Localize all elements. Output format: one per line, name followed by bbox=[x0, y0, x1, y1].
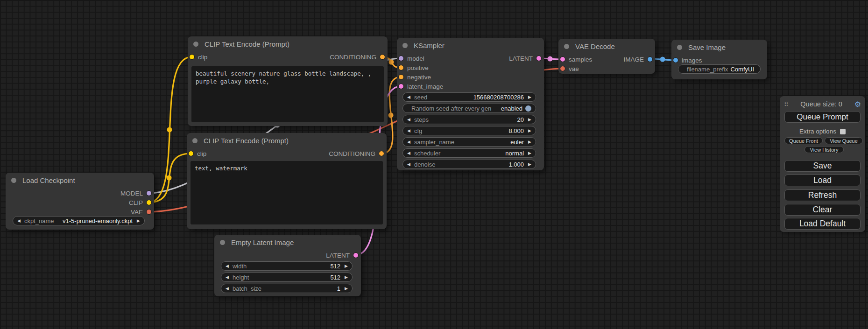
node-header[interactable]: Save Image bbox=[671, 40, 767, 55]
output-slot-conditioning[interactable]: CONDITIONING bbox=[329, 149, 384, 158]
conditioning-slot-dot[interactable] bbox=[380, 55, 385, 59]
node-clip-text-encode-positive[interactable]: CLIP Text Encode (Prompt) clip CONDITION… bbox=[188, 36, 388, 126]
drag-handle-icon[interactable]: ⠿ bbox=[784, 101, 789, 108]
clip-slot-dot[interactable] bbox=[190, 55, 194, 59]
decrement-arrow-icon[interactable]: ◀ bbox=[17, 219, 21, 223]
node-clip-text-encode-negative[interactable]: CLIP Text Encode (Prompt) clip CONDITION… bbox=[187, 133, 387, 229]
widget-cfg[interactable]: ◀ cfg 8.000 ▶ bbox=[402, 126, 536, 135]
node-header[interactable]: CLIP Text Encode (Prompt) bbox=[188, 36, 388, 51]
increment-arrow-icon[interactable]: ▶ bbox=[137, 219, 140, 223]
load-button[interactable]: Load bbox=[784, 175, 861, 186]
increment-arrow-icon[interactable]: ▶ bbox=[528, 129, 531, 133]
collapse-dot-icon[interactable] bbox=[220, 240, 225, 245]
decrement-arrow-icon[interactable]: ◀ bbox=[407, 151, 410, 155]
increment-arrow-icon[interactable]: ▶ bbox=[528, 95, 531, 99]
vae-slot-dot[interactable] bbox=[147, 210, 151, 214]
node-header[interactable]: VAE Decode bbox=[558, 39, 655, 54]
widget-height[interactable]: ◀ height 512 ▶ bbox=[221, 273, 353, 282]
node-header[interactable]: Load Checkpoint bbox=[6, 173, 154, 188]
widget-width[interactable]: ◀ width 512 ▶ bbox=[221, 261, 353, 271]
image-slot-dot[interactable] bbox=[673, 58, 678, 63]
decrement-arrow-icon[interactable]: ◀ bbox=[226, 287, 229, 291]
input-slot-images[interactable]: images bbox=[673, 56, 702, 65]
input-slot-latent-image[interactable]: latent_image bbox=[399, 82, 443, 91]
widget-filename-prefix[interactable]: filename_prefix ComfyUI bbox=[678, 64, 761, 74]
node-ksampler[interactable]: KSampler model positive negative latent_… bbox=[397, 38, 544, 170]
collapse-dot-icon[interactable] bbox=[192, 138, 198, 143]
collapse-dot-icon[interactable] bbox=[564, 44, 569, 49]
widget-batch-size[interactable]: ◀ batch_size 1 ▶ bbox=[221, 284, 353, 293]
widget-seed[interactable]: ◀ seed 156680208700286 ▶ bbox=[402, 92, 536, 102]
save-button[interactable]: Save bbox=[784, 160, 861, 172]
view-history-button[interactable]: View History bbox=[804, 146, 844, 153]
clip-slot-dot[interactable] bbox=[147, 200, 151, 205]
collapse-dot-icon[interactable] bbox=[11, 178, 16, 183]
input-slot-negative[interactable]: negative bbox=[399, 72, 431, 82]
decrement-arrow-icon[interactable]: ◀ bbox=[407, 95, 410, 99]
collapse-dot-icon[interactable] bbox=[677, 45, 682, 50]
output-slot-model[interactable]: MODEL bbox=[120, 189, 151, 198]
increment-arrow-icon[interactable]: ▶ bbox=[528, 162, 531, 167]
clip-slot-dot[interactable] bbox=[189, 151, 193, 156]
collapse-dot-icon[interactable] bbox=[193, 42, 198, 47]
input-slot-clip[interactable]: clip bbox=[190, 52, 207, 62]
output-slot-vae[interactable]: VAE bbox=[131, 207, 151, 217]
prompt-textarea[interactable]: beautiful scenery nature glass bottle la… bbox=[191, 66, 384, 122]
input-slot-positive[interactable]: positive bbox=[399, 63, 429, 72]
widget-steps[interactable]: ◀ steps 20 ▶ bbox=[402, 115, 536, 124]
conditioning-slot-dot[interactable] bbox=[399, 65, 403, 70]
latent-slot-dot[interactable] bbox=[560, 57, 565, 62]
decrement-arrow-icon[interactable]: ◀ bbox=[407, 118, 410, 122]
collapse-dot-icon[interactable] bbox=[402, 43, 408, 48]
decrement-arrow-icon[interactable]: ◀ bbox=[407, 162, 410, 167]
graph-canvas[interactable]: Load Checkpoint MODEL CLIP VAE ◀ ckpt_na… bbox=[0, 0, 868, 329]
node-header[interactable]: CLIP Text Encode (Prompt) bbox=[187, 133, 387, 148]
increment-arrow-icon[interactable]: ▶ bbox=[528, 140, 531, 144]
conditioning-slot-dot[interactable] bbox=[379, 151, 384, 156]
gear-icon[interactable]: ⚙ bbox=[854, 100, 861, 109]
output-slot-latent[interactable]: LATENT bbox=[509, 54, 541, 63]
increment-arrow-icon[interactable]: ▶ bbox=[345, 264, 348, 268]
output-slot-latent[interactable]: LATENT bbox=[326, 251, 358, 260]
refresh-button[interactable]: Refresh bbox=[784, 189, 861, 201]
increment-arrow-icon[interactable]: ▶ bbox=[345, 287, 348, 291]
widget-denoise[interactable]: ◀ denoise 1.000 ▶ bbox=[402, 160, 536, 169]
decrement-arrow-icon[interactable]: ◀ bbox=[226, 275, 229, 280]
conditioning-slot-dot[interactable] bbox=[399, 75, 403, 79]
node-save-image[interactable]: Save Image images filename_prefix ComfyU… bbox=[671, 40, 767, 79]
latent-slot-dot[interactable] bbox=[536, 56, 541, 61]
queue-front-button[interactable]: Queue Front bbox=[784, 137, 823, 144]
input-slot-clip[interactable]: clip bbox=[189, 149, 206, 158]
decrement-arrow-icon[interactable]: ◀ bbox=[407, 140, 410, 144]
node-header[interactable]: KSampler bbox=[397, 38, 544, 53]
widget-ckpt-name[interactable]: ◀ ckpt_name v1-5-pruned-emaonly.ckpt ▶ bbox=[13, 216, 145, 225]
input-slot-vae[interactable]: vae bbox=[560, 64, 579, 73]
output-slot-clip[interactable]: CLIP bbox=[129, 198, 151, 207]
node-empty-latent-image[interactable]: Empty Latent Image LATENT ◀ width 512 ▶ … bbox=[214, 235, 361, 296]
widget-random-seed[interactable]: Random seed after every gen enabled bbox=[402, 104, 536, 113]
node-vae-decode[interactable]: VAE Decode samples vae IMAGE bbox=[558, 39, 655, 74]
latent-slot-dot[interactable] bbox=[399, 84, 403, 89]
widget-scheduler[interactable]: ◀ scheduler normal ▶ bbox=[402, 148, 536, 158]
queue-prompt-button[interactable]: Queue Prompt bbox=[784, 111, 861, 123]
increment-arrow-icon[interactable]: ▶ bbox=[528, 151, 531, 155]
load-default-button[interactable]: Load Default bbox=[784, 218, 861, 230]
clear-button[interactable]: Clear bbox=[784, 204, 861, 216]
view-queue-button[interactable]: View Queue bbox=[825, 137, 863, 144]
model-slot-dot[interactable] bbox=[399, 56, 403, 61]
latent-slot-dot[interactable] bbox=[353, 253, 358, 258]
model-slot-dot[interactable] bbox=[147, 191, 151, 196]
increment-arrow-icon[interactable]: ▶ bbox=[528, 118, 531, 122]
vae-slot-dot[interactable] bbox=[560, 66, 565, 71]
node-load-checkpoint[interactable]: Load Checkpoint MODEL CLIP VAE ◀ ckpt_na… bbox=[6, 173, 154, 230]
input-slot-model[interactable]: model bbox=[399, 54, 424, 63]
toggle-dot[interactable] bbox=[525, 105, 531, 112]
widget-sampler-name[interactable]: ◀ sampler_name euler ▶ bbox=[402, 137, 536, 147]
increment-arrow-icon[interactable]: ▶ bbox=[345, 275, 348, 280]
decrement-arrow-icon[interactable]: ◀ bbox=[226, 264, 229, 268]
output-slot-conditioning[interactable]: CONDITIONING bbox=[330, 52, 385, 62]
input-slot-samples[interactable]: samples bbox=[560, 55, 592, 64]
output-slot-image[interactable]: IMAGE bbox=[623, 55, 652, 64]
node-header[interactable]: Empty Latent Image bbox=[214, 235, 361, 250]
decrement-arrow-icon[interactable]: ◀ bbox=[407, 129, 410, 133]
